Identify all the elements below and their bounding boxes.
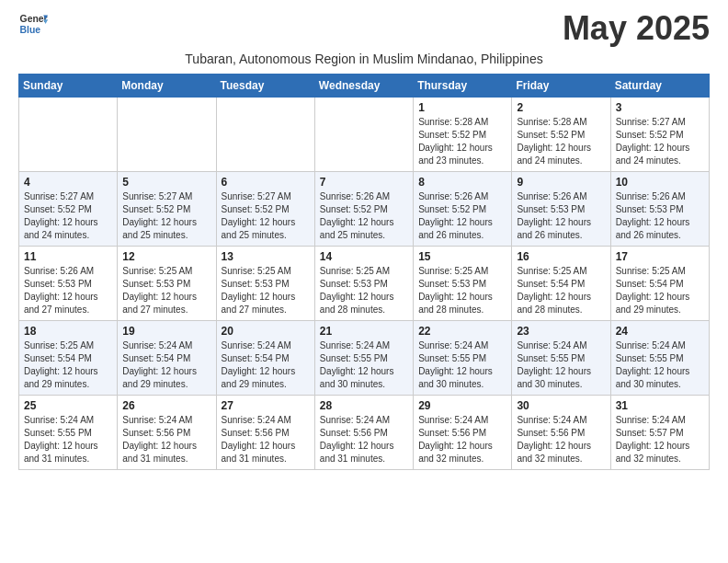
- col-sunday: Sunday: [19, 75, 118, 98]
- table-row: 4Sunrise: 5:27 AMSunset: 5:52 PMDaylight…: [19, 172, 118, 247]
- day-info: Sunrise: 5:24 AMSunset: 5:56 PMDaylight:…: [418, 414, 506, 465]
- calendar-row: 25Sunrise: 5:24 AMSunset: 5:55 PMDayligh…: [19, 396, 710, 470]
- table-row: 27Sunrise: 5:24 AMSunset: 5:56 PMDayligh…: [216, 396, 314, 470]
- col-thursday: Thursday: [414, 75, 512, 98]
- svg-text:Blue: Blue: [20, 25, 41, 35]
- day-info: Sunrise: 5:25 AMSunset: 5:53 PMDaylight:…: [222, 265, 310, 316]
- day-info: Sunrise: 5:24 AMSunset: 5:56 PMDaylight:…: [320, 414, 408, 465]
- month-title: May 2025: [563, 9, 710, 48]
- day-number: 7: [320, 176, 408, 189]
- col-saturday: Saturday: [610, 75, 709, 98]
- day-info: Sunrise: 5:28 AMSunset: 5:52 PMDaylight:…: [517, 116, 605, 167]
- calendar-row: 18Sunrise: 5:25 AMSunset: 5:54 PMDayligh…: [19, 321, 710, 396]
- day-info: Sunrise: 5:24 AMSunset: 5:56 PMDaylight:…: [122, 414, 210, 465]
- day-number: 29: [418, 399, 506, 412]
- day-number: 27: [222, 399, 310, 412]
- day-info: Sunrise: 5:26 AMSunset: 5:52 PMDaylight:…: [320, 190, 408, 242]
- day-info: Sunrise: 5:24 AMSunset: 5:56 PMDaylight:…: [222, 414, 310, 465]
- calendar-row: 4Sunrise: 5:27 AMSunset: 5:52 PMDaylight…: [19, 172, 710, 247]
- day-number: 13: [222, 250, 310, 263]
- table-row: 12Sunrise: 5:25 AMSunset: 5:53 PMDayligh…: [118, 247, 216, 321]
- day-number: 9: [517, 176, 605, 189]
- day-info: Sunrise: 5:24 AMSunset: 5:55 PMDaylight:…: [418, 339, 506, 391]
- logo: General Blue: [18, 9, 48, 39]
- day-info: Sunrise: 5:26 AMSunset: 5:53 PMDaylight:…: [24, 265, 112, 316]
- day-info: Sunrise: 5:25 AMSunset: 5:53 PMDaylight:…: [122, 265, 210, 316]
- day-number: 8: [418, 176, 506, 189]
- day-info: Sunrise: 5:25 AMSunset: 5:53 PMDaylight:…: [418, 265, 506, 316]
- day-number: 15: [418, 250, 506, 263]
- day-number: 28: [320, 399, 408, 412]
- calendar-subtitle: Tubaran, Autonomous Region in Muslim Min…: [18, 52, 710, 66]
- day-info: Sunrise: 5:28 AMSunset: 5:52 PMDaylight:…: [418, 116, 506, 167]
- table-row: 16Sunrise: 5:25 AMSunset: 5:54 PMDayligh…: [512, 247, 610, 321]
- table-row: 26Sunrise: 5:24 AMSunset: 5:56 PMDayligh…: [118, 396, 216, 470]
- table-row: 14Sunrise: 5:25 AMSunset: 5:53 PMDayligh…: [314, 247, 413, 321]
- day-info: Sunrise: 5:25 AMSunset: 5:54 PMDaylight:…: [24, 339, 112, 391]
- table-row: 3Sunrise: 5:27 AMSunset: 5:52 PMDaylight…: [610, 98, 709, 172]
- table-row: [118, 98, 216, 172]
- col-tuesday: Tuesday: [216, 75, 314, 98]
- table-row: 6Sunrise: 5:27 AMSunset: 5:52 PMDaylight…: [216, 172, 314, 247]
- table-row: 29Sunrise: 5:24 AMSunset: 5:56 PMDayligh…: [414, 396, 512, 470]
- day-number: 22: [418, 325, 506, 338]
- day-number: 10: [616, 176, 704, 189]
- day-number: 11: [24, 250, 112, 263]
- table-row: 31Sunrise: 5:24 AMSunset: 5:57 PMDayligh…: [610, 396, 709, 470]
- table-row: 21Sunrise: 5:24 AMSunset: 5:55 PMDayligh…: [314, 321, 413, 396]
- table-row: 13Sunrise: 5:25 AMSunset: 5:53 PMDayligh…: [216, 247, 314, 321]
- calendar-header-row: Sunday Monday Tuesday Wednesday Thursday…: [19, 75, 710, 98]
- day-info: Sunrise: 5:24 AMSunset: 5:55 PMDaylight:…: [517, 339, 605, 391]
- day-info: Sunrise: 5:24 AMSunset: 5:55 PMDaylight:…: [320, 339, 408, 391]
- day-number: 18: [24, 325, 112, 338]
- col-wednesday: Wednesday: [314, 75, 413, 98]
- table-row: [314, 98, 413, 172]
- day-number: 20: [222, 325, 310, 338]
- day-info: Sunrise: 5:24 AMSunset: 5:54 PMDaylight:…: [122, 339, 210, 391]
- table-row: 7Sunrise: 5:26 AMSunset: 5:52 PMDaylight…: [314, 172, 413, 247]
- table-row: 23Sunrise: 5:24 AMSunset: 5:55 PMDayligh…: [512, 321, 610, 396]
- day-number: 17: [616, 250, 704, 263]
- day-number: 26: [122, 399, 210, 412]
- table-row: 28Sunrise: 5:24 AMSunset: 5:56 PMDayligh…: [314, 396, 413, 470]
- table-row: 30Sunrise: 5:24 AMSunset: 5:56 PMDayligh…: [512, 396, 610, 470]
- col-friday: Friday: [512, 75, 610, 98]
- table-row: 24Sunrise: 5:24 AMSunset: 5:55 PMDayligh…: [610, 321, 709, 396]
- day-number: 5: [122, 176, 210, 189]
- table-row: 1Sunrise: 5:28 AMSunset: 5:52 PMDaylight…: [414, 98, 512, 172]
- day-number: 14: [320, 250, 408, 263]
- day-info: Sunrise: 5:27 AMSunset: 5:52 PMDaylight:…: [122, 190, 210, 242]
- page-header: General Blue May 2025: [18, 9, 710, 48]
- day-info: Sunrise: 5:27 AMSunset: 5:52 PMDaylight:…: [616, 116, 704, 167]
- table-row: 22Sunrise: 5:24 AMSunset: 5:55 PMDayligh…: [414, 321, 512, 396]
- table-row: 15Sunrise: 5:25 AMSunset: 5:53 PMDayligh…: [414, 247, 512, 321]
- day-info: Sunrise: 5:24 AMSunset: 5:55 PMDaylight:…: [616, 339, 704, 391]
- table-row: 25Sunrise: 5:24 AMSunset: 5:55 PMDayligh…: [19, 396, 118, 470]
- day-number: 1: [418, 101, 506, 114]
- table-row: 2Sunrise: 5:28 AMSunset: 5:52 PMDaylight…: [512, 98, 610, 172]
- col-monday: Monday: [118, 75, 216, 98]
- table-row: 9Sunrise: 5:26 AMSunset: 5:53 PMDaylight…: [512, 172, 610, 247]
- table-row: 19Sunrise: 5:24 AMSunset: 5:54 PMDayligh…: [118, 321, 216, 396]
- table-row: 5Sunrise: 5:27 AMSunset: 5:52 PMDaylight…: [118, 172, 216, 247]
- day-number: 24: [616, 325, 704, 338]
- logo-icon: General Blue: [18, 9, 48, 39]
- day-info: Sunrise: 5:25 AMSunset: 5:54 PMDaylight:…: [517, 265, 605, 316]
- day-number: 23: [517, 325, 605, 338]
- day-info: Sunrise: 5:24 AMSunset: 5:57 PMDaylight:…: [616, 414, 704, 465]
- table-row: 8Sunrise: 5:26 AMSunset: 5:52 PMDaylight…: [414, 172, 512, 247]
- table-row: 11Sunrise: 5:26 AMSunset: 5:53 PMDayligh…: [19, 247, 118, 321]
- day-info: Sunrise: 5:26 AMSunset: 5:53 PMDaylight:…: [616, 190, 704, 242]
- day-number: 16: [517, 250, 605, 263]
- day-info: Sunrise: 5:26 AMSunset: 5:52 PMDaylight:…: [418, 190, 506, 242]
- day-info: Sunrise: 5:24 AMSunset: 5:55 PMDaylight:…: [24, 414, 112, 465]
- day-info: Sunrise: 5:26 AMSunset: 5:53 PMDaylight:…: [517, 190, 605, 242]
- day-info: Sunrise: 5:24 AMSunset: 5:56 PMDaylight:…: [517, 414, 605, 465]
- day-number: 19: [122, 325, 210, 338]
- table-row: 18Sunrise: 5:25 AMSunset: 5:54 PMDayligh…: [19, 321, 118, 396]
- day-info: Sunrise: 5:25 AMSunset: 5:53 PMDaylight:…: [320, 265, 408, 316]
- day-info: Sunrise: 5:25 AMSunset: 5:54 PMDaylight:…: [616, 265, 704, 316]
- calendar-row: 11Sunrise: 5:26 AMSunset: 5:53 PMDayligh…: [19, 247, 710, 321]
- table-row: 20Sunrise: 5:24 AMSunset: 5:54 PMDayligh…: [216, 321, 314, 396]
- day-number: 12: [122, 250, 210, 263]
